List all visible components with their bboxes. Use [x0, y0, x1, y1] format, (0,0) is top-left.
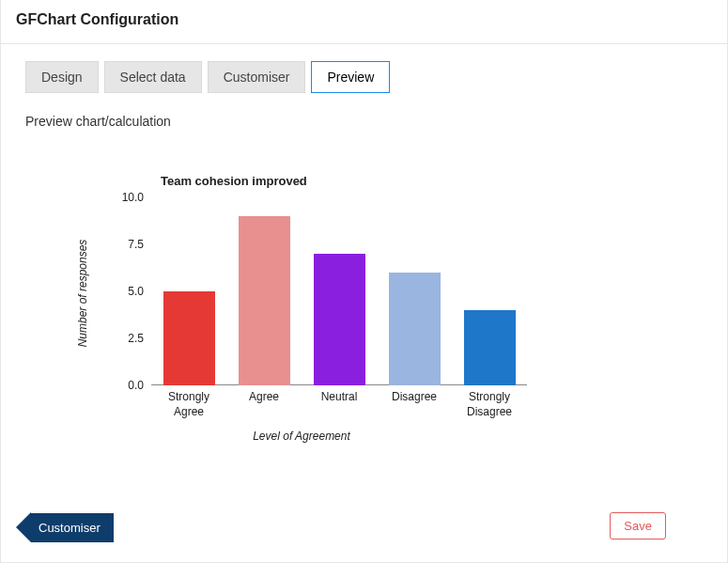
chart-ytick: 10.0 — [122, 191, 144, 204]
tab-customiser[interactable]: Customiser — [208, 61, 306, 93]
chart-xtick: Disagree — [377, 390, 452, 419]
chart-ytick: 0.0 — [128, 379, 144, 392]
save-button[interactable]: Save — [610, 512, 666, 540]
chart-xticks: StronglyAgreeAgreeNeutralDisagreeStrongl… — [151, 390, 527, 419]
chevron-left-icon — [16, 512, 31, 542]
chart-xtick: Neutral — [302, 390, 377, 419]
tab-bar: Design Select data Customiser Preview — [1, 44, 727, 93]
back-button[interactable]: Customiser — [16, 512, 114, 542]
chart-ytick: 7.5 — [128, 238, 144, 251]
chart-bar — [389, 273, 441, 385]
back-button-label: Customiser — [31, 513, 114, 542]
chart-title: Team cohesion improved — [161, 174, 307, 188]
chart-bar-slot — [151, 197, 226, 385]
panel-header: GFChart Configuration — [1, 0, 727, 44]
chart-ytick: 2.5 — [128, 332, 144, 345]
chart-preview: Team cohesion improved Number of respons… — [57, 174, 546, 456]
chart-bar — [239, 216, 290, 385]
chart-bar — [163, 291, 215, 385]
footer: Customiser Save — [1, 506, 727, 562]
section-subtitle: Preview chart/calculation — [1, 93, 727, 129]
chart-yaxis: 0.02.55.07.510.0 — [109, 197, 151, 385]
chart-bar-slot — [302, 197, 377, 385]
chart-xtick: StronglyAgree — [151, 390, 226, 419]
chart-xtick: StronglyDisagree — [452, 390, 527, 419]
tab-design[interactable]: Design — [25, 61, 99, 93]
chart-bar — [314, 254, 365, 385]
chart-bar-slot — [377, 197, 452, 385]
config-panel: GFChart Configuration Design Select data… — [0, 0, 728, 563]
tab-select-data[interactable]: Select data — [104, 61, 202, 93]
chart-ytick: 5.0 — [128, 285, 144, 298]
chart-bar-slot — [226, 197, 302, 385]
tab-preview[interactable]: Preview — [311, 61, 390, 93]
chart-bars — [151, 197, 527, 385]
chart-bar — [464, 310, 516, 385]
page-title: GFChart Configuration — [16, 11, 712, 28]
chart-xlabel: Level of Agreement — [57, 430, 546, 443]
chart-plot-area: 0.02.55.07.510.0 — [109, 197, 527, 385]
chart-bar-slot — [452, 197, 527, 385]
chart-ylabel: Number of responses — [76, 240, 89, 348]
chart-xtick: Agree — [226, 390, 302, 419]
